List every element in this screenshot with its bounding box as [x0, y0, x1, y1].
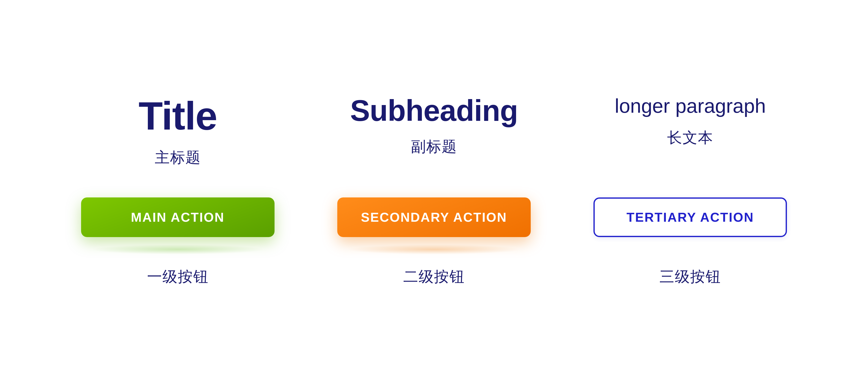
secondary-button-shadow — [347, 244, 521, 254]
secondary-action-chinese: 二级按钮 — [403, 267, 465, 287]
main-action-chinese: 一级按钮 — [147, 267, 209, 287]
subheading-chinese: 副标题 — [411, 137, 457, 157]
tertiary-action-column: TERTIARY ACTION 三级按钮 — [562, 198, 818, 287]
secondary-action-column: SECONDARY ACTION 二级按钮 — [306, 198, 562, 287]
buttons-row: MAIN ACTION 一级按钮 SECONDARY ACTION 二级按钮 T… — [50, 198, 818, 287]
tertiary-action-button[interactable]: TERTIARY ACTION — [593, 198, 787, 237]
main-button-shadow — [91, 244, 265, 254]
typography-row: Title 主标题 Subheading 副标题 longer paragrap… — [50, 94, 818, 168]
tertiary-action-chinese: 三级按钮 — [659, 267, 721, 287]
subheading-column: Subheading 副标题 — [306, 94, 562, 157]
paragraph-text: longer paragraph — [615, 94, 766, 118]
main-action-column: MAIN ACTION 一级按钮 — [50, 198, 306, 287]
page-container: Title 主标题 Subheading 副标题 longer paragrap… — [0, 0, 868, 381]
title-column: Title 主标题 — [50, 94, 306, 168]
subheading-text: Subheading — [350, 94, 518, 127]
paragraph-column: longer paragraph 长文本 — [562, 94, 818, 148]
title-text: Title — [138, 94, 217, 138]
main-action-button[interactable]: MAIN ACTION — [81, 198, 275, 237]
title-chinese: 主标题 — [155, 148, 201, 168]
paragraph-chinese: 长文本 — [667, 128, 713, 148]
secondary-action-button[interactable]: SECONDARY ACTION — [337, 198, 531, 237]
